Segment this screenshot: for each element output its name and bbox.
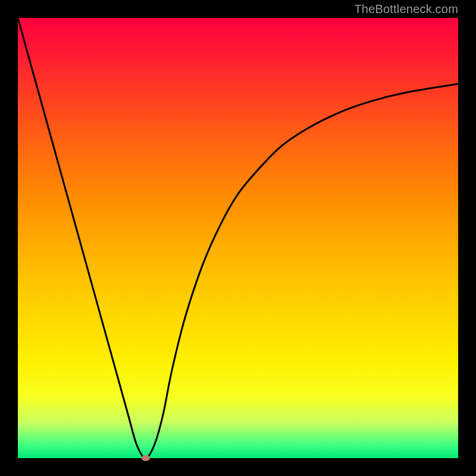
chart-frame: TheBottleneck.com	[0, 0, 476, 476]
plot-area	[18, 18, 458, 458]
bottleneck-curve	[18, 18, 458, 458]
optimum-marker	[142, 455, 150, 461]
watermark-text: TheBottleneck.com	[354, 2, 458, 16]
curve-svg	[18, 18, 458, 458]
